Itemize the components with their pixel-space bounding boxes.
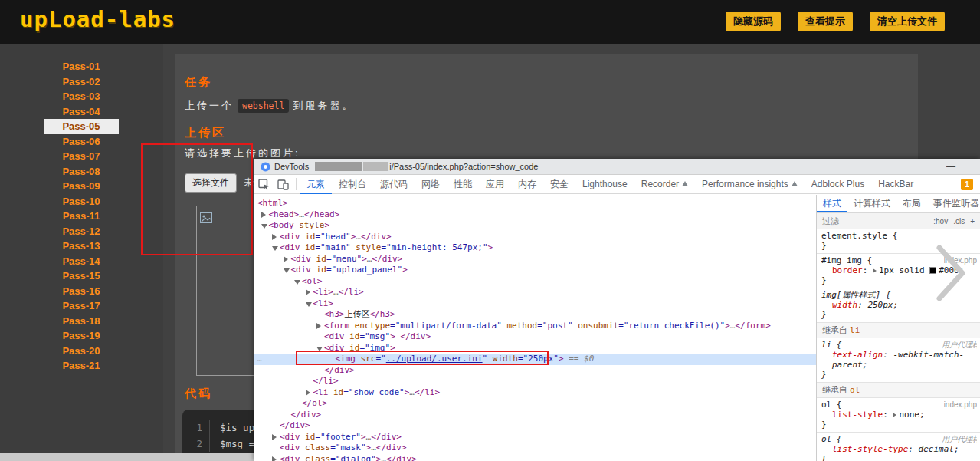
dom-tree-row[interactable]: </li> [254, 376, 816, 387]
devtools-tab-adblock-plus[interactable]: Adblock Plus [805, 175, 871, 194]
expand-arrow-open-icon[interactable] [284, 268, 290, 273]
sidebar-item-pass-19[interactable]: Pass-19 [44, 328, 119, 344]
dom-tree-row[interactable]: <div id="footer">…</div> [254, 432, 816, 443]
dom-tree-row[interactable]: <html> [254, 198, 816, 209]
expand-arrow-open-icon[interactable] [294, 280, 300, 285]
expand-arrow-open-icon[interactable] [261, 224, 267, 229]
css-declaration[interactable]: list-style-type: decimal; [821, 444, 977, 454]
css-rule[interactable]: li {用户代理样式表text-align: -webkit-match-par… [817, 338, 980, 383]
css-declaration[interactable]: list-style: none; [821, 410, 977, 420]
color-swatch[interactable] [929, 267, 936, 274]
sidebar-item-pass-02[interactable]: Pass-02 [44, 74, 119, 90]
expand-arrow-open-icon[interactable] [306, 302, 312, 307]
css-rule[interactable]: ol {用户代理样式表list-style-type: decimal;} [817, 433, 980, 461]
expand-arrow-closed-icon[interactable] [272, 434, 277, 440]
device-toolbar-icon[interactable] [277, 179, 289, 190]
devtools-tab-lighthouse[interactable]: Lighthouse [575, 175, 634, 194]
sidebar-item-pass-20[interactable]: Pass-20 [44, 344, 119, 359]
dom-tree-row[interactable]: </div> [254, 365, 816, 377]
dom-tree-row[interactable]: </div> [254, 420, 816, 432]
sidebar-item-pass-03[interactable]: Pass-03 [44, 89, 119, 104]
toggle-hov[interactable]: :hov [933, 217, 948, 226]
expand-arrow-closed-icon[interactable] [284, 256, 288, 262]
dom-tree-row[interactable]: <form enctype="multipart/form-data" meth… [254, 321, 816, 332]
devtools-tab-源代码[interactable]: 源代码 [373, 175, 415, 194]
toggle-[interactable]: + [970, 217, 975, 226]
stylesheet-link[interactable]: index.php [944, 255, 977, 265]
inspect-element-icon[interactable] [258, 179, 270, 190]
devtools-tab-控制台[interactable]: 控制台 [332, 175, 373, 194]
styles-tab-计算样式[interactable]: 计算样式 [847, 195, 896, 212]
devtools-tab-recorder[interactable]: Recorder [634, 175, 695, 194]
expand-value-icon[interactable] [873, 268, 877, 273]
dom-tree-row[interactable]: <div class="mask">…</div> [254, 443, 816, 454]
sidebar-item-pass-13[interactable]: Pass-13 [44, 239, 119, 254]
dom-tree-row[interactable]: <div id="head">…</div> [254, 232, 816, 243]
sidebar-item-pass-11[interactable]: Pass-11 [44, 209, 119, 224]
sidebar-item-pass-16[interactable]: Pass-16 [44, 284, 119, 299]
css-rule[interactable]: ol {index.phplist-style: none;} [817, 398, 980, 433]
toggle-cls[interactable]: .cls [953, 217, 965, 226]
hide-source-button[interactable]: 隐藏源码 [726, 12, 781, 31]
stylesheet-link[interactable]: 用户代理样式表 [942, 340, 977, 350]
dom-tree-row[interactable]: <li id="show_code">…</li> [254, 387, 816, 399]
clear-uploads-button[interactable]: 清空上传文件 [870, 12, 945, 31]
expand-arrow-closed-icon[interactable] [316, 323, 321, 329]
stylesheet-link[interactable]: index.php [944, 400, 977, 410]
sidebar-item-pass-10[interactable]: Pass-10 [44, 194, 119, 209]
devtools-tab-网络[interactable]: 网络 [415, 175, 447, 194]
dom-tree-row[interactable]: </ol> [254, 398, 816, 410]
sidebar-item-pass-09[interactable]: Pass-09 [44, 179, 119, 194]
expand-arrow-closed-icon[interactable] [261, 212, 266, 218]
sidebar-item-pass-12[interactable]: Pass-12 [44, 224, 119, 239]
css-rule[interactable]: #img img {index.phpborder: 1px solid #00… [817, 254, 980, 288]
view-hint-button[interactable]: 查看提示 [798, 12, 853, 31]
dom-tree-row[interactable]: <head>…</head> [254, 209, 816, 221]
sidebar-item-pass-18[interactable]: Pass-18 [44, 314, 119, 329]
styles-tab-样式[interactable]: 样式 [817, 195, 847, 212]
sidebar-item-pass-06[interactable]: Pass-06 [44, 134, 119, 150]
dom-tree-row[interactable]: <div id="main" style="min-height: 547px;… [254, 242, 816, 254]
minimize-button[interactable]: — [946, 161, 974, 172]
expand-value-icon[interactable] [893, 413, 896, 417]
expand-arrow-closed-icon[interactable] [272, 456, 277, 461]
issues-count-badge[interactable]: 1 [961, 179, 973, 190]
expand-arrow-closed-icon[interactable] [272, 234, 277, 240]
css-rule[interactable]: img[属性样式] {width: 250px;} [817, 288, 980, 323]
styles-tab-事件监听器[interactable]: 事件监听器 [927, 195, 980, 212]
sidebar-item-pass-14[interactable]: Pass-14 [44, 254, 119, 269]
dom-tree-row[interactable]: <div id="msg"> </div> [254, 331, 816, 343]
dom-tree-row[interactable]: <body style> [254, 220, 816, 232]
inherited-element-link[interactable]: li [850, 325, 860, 335]
expand-arrow-open-icon[interactable] [272, 246, 278, 251]
stylesheet-link[interactable]: 用户代理样式表 [942, 434, 977, 444]
sidebar-item-pass-08[interactable]: Pass-08 [44, 164, 119, 179]
styles-tab-布局[interactable]: 布局 [896, 195, 927, 212]
devtools-tab-performance-insights[interactable]: Performance insights [695, 175, 805, 194]
sidebar-item-pass-15[interactable]: Pass-15 [44, 268, 119, 284]
devtools-tab-元素[interactable]: 元素 [300, 175, 332, 194]
devtools-tab-应用[interactable]: 应用 [479, 175, 511, 194]
dom-tree-row[interactable]: </div> [254, 410, 816, 421]
sidebar-item-pass-01[interactable]: Pass-01 [44, 59, 119, 74]
dom-tree-row[interactable]: <h3>上传区</h3> [254, 309, 816, 321]
devtools-tab-内存[interactable]: 内存 [511, 175, 543, 194]
dom-tree-row[interactable]: <div class="dialog">…</div> [254, 454, 816, 461]
sidebar-item-pass-05[interactable]: Pass-05 [44, 119, 119, 134]
dom-tree-row[interactable]: <li> [254, 298, 816, 310]
devtools-tab-hackbar[interactable]: HackBar [871, 175, 920, 194]
dom-tree-row[interactable]: <div id="menu">…</div> [254, 254, 816, 265]
css-rule[interactable]: element.style {} [817, 229, 980, 254]
dom-tree-row[interactable]: <div id="upload_panel"> [254, 265, 816, 276]
css-declaration[interactable]: border: 1px solid #000; [821, 265, 977, 275]
sidebar-item-pass-21[interactable]: Pass-21 [44, 358, 119, 374]
expand-arrow-closed-icon[interactable] [306, 289, 310, 295]
styles-filter-input[interactable]: 过滤 [822, 216, 928, 227]
sidebar-item-pass-07[interactable]: Pass-07 [44, 149, 119, 164]
row-actions-icon[interactable]: … [257, 354, 262, 365]
devtools-tab-性能[interactable]: 性能 [447, 175, 479, 194]
inherited-element-link[interactable]: ol [850, 385, 860, 395]
expand-arrow-closed-icon[interactable] [306, 390, 310, 396]
dom-tree-row[interactable]: <ol> [254, 276, 816, 288]
sidebar-item-pass-04[interactable]: Pass-04 [44, 104, 119, 120]
